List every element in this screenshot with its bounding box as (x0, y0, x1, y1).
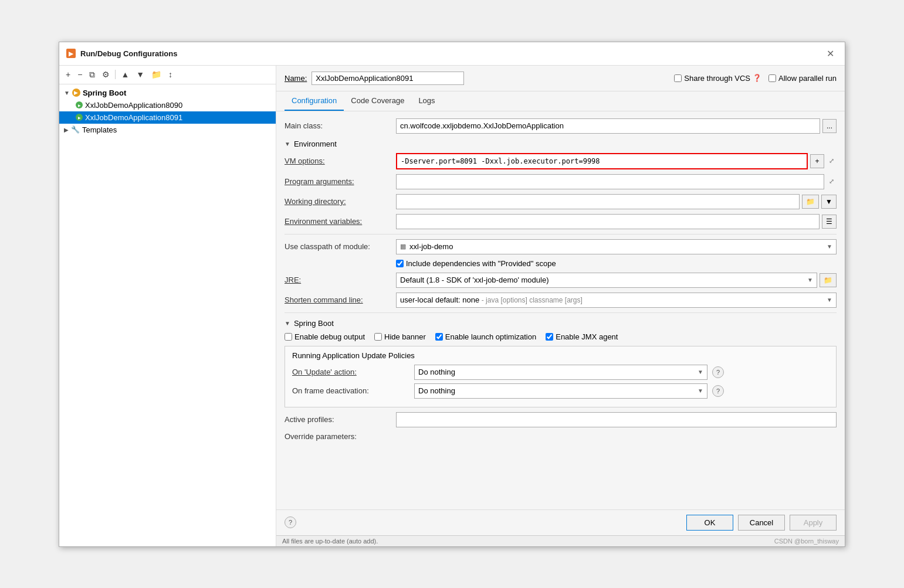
on-update-row: On 'Update' action: Do nothing ▼ ? (292, 365, 829, 380)
vm-options-field: + ⤢ (396, 153, 837, 169)
spring-boot-section-chevron[interactable]: ▼ (285, 320, 290, 327)
classpath-dropdown[interactable]: ▩ xxl-job-demo ▼ (396, 239, 837, 254)
allow-parallel-checkbox[interactable] (768, 74, 776, 82)
run-debug-dialog: ▶ Run/Debug Configurations ✕ + − ⧉ ⚙ ▲ ▼… (59, 42, 845, 547)
group-chevron: ▼ (64, 90, 70, 96)
vm-options-label: VM options: (285, 157, 396, 165)
tab-logs[interactable]: Logs (411, 91, 442, 111)
cancel-button[interactable]: Cancel (738, 515, 785, 531)
spring-boot-group-header[interactable]: ▼ ▶ Spring Boot (59, 87, 276, 99)
toolbar-separator (115, 70, 116, 79)
shorten-cmd-dropdown[interactable]: user-local default: none - java [options… (396, 293, 837, 308)
enable-launch-check[interactable]: Enable launch optimization (435, 332, 536, 341)
vm-options-expand-button[interactable]: ⤢ (827, 156, 837, 166)
on-frame-arrow: ▼ (698, 388, 703, 394)
enable-jmx-check[interactable]: Enable JMX agent (546, 332, 618, 341)
right-panel: Name: Share through VCS ❓ Allow parallel… (276, 66, 845, 546)
header-checks: Share through VCS ❓ Allow parallel run (674, 74, 837, 83)
main-class-browse-button[interactable]: ... (822, 119, 837, 133)
folder-button[interactable]: 📁 (148, 68, 164, 81)
tab-bar: Configuration Code Coverage Logs (276, 91, 845, 111)
classpath-row: Use classpath of module: ▩ xxl-job-demo … (285, 239, 837, 254)
include-deps-checkbox[interactable] (396, 260, 404, 267)
classpath-dropdown-arrow: ▼ (827, 243, 832, 250)
working-dir-browse-button[interactable]: 📁 (802, 195, 819, 209)
tree-item-8091[interactable]: XxlJobDemoApplication8091 (59, 111, 276, 124)
tab-code-coverage[interactable]: Code Coverage (344, 91, 411, 111)
environment-chevron[interactable]: ▼ (285, 141, 290, 147)
main-class-input[interactable] (396, 118, 820, 134)
active-profiles-input[interactable] (396, 412, 837, 427)
environment-section: ▼ Environment (285, 140, 837, 148)
name-row: Name: Share through VCS ❓ Allow parallel… (276, 66, 845, 91)
enable-debug-check[interactable]: Enable debug output (285, 332, 365, 341)
enable-debug-checkbox[interactable] (285, 333, 292, 341)
environment-label: Environment (294, 140, 337, 148)
item-label-8091: XxlJobDemoApplication8091 (85, 113, 182, 122)
env-vars-input[interactable] (396, 214, 820, 229)
include-deps-check[interactable]: Include dependencies with "Provided" sco… (396, 259, 556, 268)
name-input[interactable] (312, 72, 464, 85)
spring-boot-label: Spring Boot (83, 89, 126, 97)
enable-jmx-label: Enable JMX agent (556, 332, 618, 341)
share-vcs-help[interactable]: ❓ (753, 74, 761, 82)
toolbar: + − ⧉ ⚙ ▲ ▼ 📁 ↕ (59, 66, 276, 84)
configuration-tree: ▼ ▶ Spring Boot XxlJobDemoApplication809… (59, 84, 276, 546)
shorten-cmd-value: user-local default: none - java [options… (400, 295, 583, 304)
copy-button[interactable]: ⧉ (86, 68, 98, 81)
include-deps-row: Include dependencies with "Provided" sco… (285, 259, 837, 268)
on-update-dropdown[interactable]: Do nothing ▼ (414, 365, 707, 380)
hide-banner-checkbox[interactable] (374, 333, 382, 341)
tab-configuration[interactable]: Configuration (285, 91, 344, 111)
jre-row: JRE: Default (1.8 - SDK of 'xxl-job-demo… (285, 273, 837, 288)
on-frame-label: On frame deactivation: (292, 386, 409, 395)
main-class-row: Main class: ... (285, 118, 837, 134)
program-args-label: Program arguments: (285, 177, 396, 186)
on-frame-help[interactable]: ? (712, 385, 724, 397)
on-update-value: Do nothing (418, 368, 455, 376)
separator-2 (285, 312, 837, 313)
jre-browse-button[interactable]: 📁 (820, 273, 837, 287)
item-icon-8091 (76, 114, 83, 121)
env-vars-row: Environment variables: ☰ (285, 214, 837, 229)
jre-dropdown[interactable]: Default (1.8 - SDK of 'xxl-job-demo' mod… (396, 273, 817, 288)
down-button[interactable]: ▼ (133, 68, 147, 81)
program-args-input[interactable] (396, 174, 824, 189)
close-button[interactable]: ✕ (823, 47, 838, 60)
working-dir-row: Working directory: 📁 ▼ (285, 194, 837, 209)
remove-button[interactable]: − (75, 68, 85, 81)
update-policies-section: Running Application Update Policies On '… (285, 346, 837, 407)
help-button[interactable]: ? (285, 516, 296, 528)
enable-launch-checkbox[interactable] (435, 333, 443, 341)
active-profiles-row: Active profiles: (285, 412, 837, 427)
settings-button[interactable]: ⚙ (99, 68, 113, 81)
allow-parallel-check[interactable]: Allow parallel run (768, 74, 837, 83)
enable-jmx-checkbox[interactable] (546, 333, 553, 341)
env-vars-edit-button[interactable]: ☰ (822, 215, 837, 229)
share-vcs-checkbox[interactable] (674, 74, 682, 82)
item-label-8090: XxlJobDemoApplication8090 (85, 101, 182, 110)
hide-banner-check[interactable]: Hide banner (374, 332, 426, 341)
working-dir-dropdown-button[interactable]: ▼ (821, 195, 837, 209)
vm-options-input[interactable] (396, 153, 808, 169)
share-vcs-check[interactable]: Share through VCS ❓ (674, 74, 761, 83)
on-frame-dropdown[interactable]: Do nothing ▼ (414, 383, 707, 399)
apply-button[interactable]: Apply (790, 515, 837, 531)
separator-1 (285, 234, 837, 234)
sort-button[interactable]: ↕ (165, 68, 175, 81)
on-update-help[interactable]: ? (712, 366, 724, 378)
include-deps-label: Include dependencies with "Provided" sco… (406, 259, 556, 268)
templates-chevron: ▶ (64, 127, 69, 133)
add-button[interactable]: + (63, 68, 73, 81)
up-button[interactable]: ▲ (118, 68, 132, 81)
working-dir-field: 📁 ▼ (396, 194, 837, 209)
main-class-field: ... (396, 118, 837, 134)
program-args-expand-button[interactable]: ⤢ (827, 176, 837, 186)
tree-item-8090[interactable]: XxlJobDemoApplication8090 (59, 99, 276, 111)
working-dir-label: Working directory: (285, 197, 396, 206)
working-dir-input[interactable] (396, 194, 800, 209)
ok-button[interactable]: OK (686, 515, 733, 531)
templates-item[interactable]: ▶ 🔧 Templates (59, 124, 276, 136)
form-content: Main class: ... ▼ Environment VM options… (276, 111, 845, 509)
vm-options-add-button[interactable]: + (810, 154, 824, 168)
